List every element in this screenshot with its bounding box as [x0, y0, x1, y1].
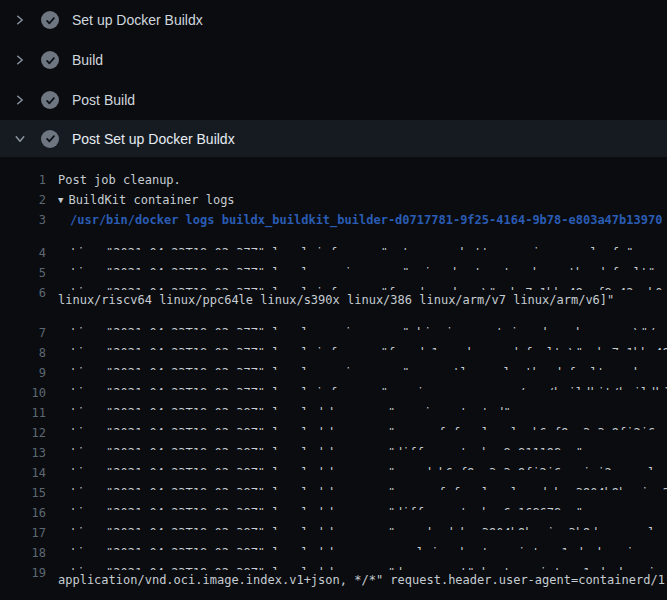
success-check-icon: [41, 51, 59, 69]
log-line-text: time="2021-04-23T18:02:37Z" level=warnin…: [70, 366, 667, 370]
log-line-text: time="2021-04-23T18:02:38Z" level=debug …: [70, 526, 667, 530]
log-line-text: time="2021-04-23T18:02:38Z" level=debug …: [70, 426, 667, 430]
log-line-text: time="2021-04-23T18:02:38Z" level=debug …: [70, 466, 667, 470]
log-line-number[interactable]: 15: [0, 483, 46, 490]
log-line-number[interactable]: 4: [0, 243, 46, 250]
log-line-text: time="2021-04-23T18:02:38Z" level=debug …: [70, 446, 583, 450]
log-line: 8 ▼time="2021-04-23T18:02:37Z" level=inf…: [0, 330, 667, 350]
log-line-text: time="2021-04-23T18:02:37Z" level=info m…: [70, 386, 667, 390]
log-line-text: time="2021-04-23T18:02:37Z" level=warnin…: [70, 266, 655, 270]
success-check-icon: [41, 91, 59, 109]
log-line-text: Post job cleanup.: [58, 173, 181, 187]
log-line: 9 ▼time="2021-04-23T18:02:37Z" level=war…: [0, 350, 667, 370]
log-line: 3 ▼/usr/bin/docker logs buildx_buildkit_…: [0, 210, 667, 230]
log-line: 18 ▼time="2021-04-23T18:02:38Z" level=de…: [0, 530, 667, 550]
log-line: 16 ▼time="2021-04-23T18:02:38Z" level=de…: [0, 490, 667, 510]
log-line-text: application/vnd.oci.image.index.v1+json,…: [58, 573, 667, 587]
log-line-text: time="2021-04-23T18:02:38Z" level=debug …: [70, 546, 641, 550]
log-line-number[interactable]: 16: [0, 503, 46, 510]
log-line: 5 ▼time="2021-04-23T18:02:37Z" level=war…: [0, 250, 667, 270]
step-label: Post Set up Docker Buildx: [72, 131, 235, 147]
log-line: 12 ▼time="2021-04-23T18:02:38Z" level=de…: [0, 410, 667, 430]
log-line-number[interactable]: 7: [0, 323, 46, 330]
log-line-number[interactable]: 12: [0, 423, 46, 430]
log-line-number[interactable]: [0, 570, 46, 590]
log-line: 19 ▼time="2021-04-23T18:02:38Z" level=de…: [0, 550, 667, 570]
log-line: 10 ▼time="2021-04-23T18:02:37Z" level=in…: [0, 370, 667, 390]
step-row-post-set-up-docker-buildx[interactable]: Post Set up Docker Buildx: [0, 120, 667, 157]
log-line-number[interactable]: 9: [0, 363, 46, 370]
log-line: ▼linux/riscv64 linux/ppc64le linux/s390x…: [0, 290, 667, 310]
log-line: 13 ▼time="2021-04-23T18:02:38Z" level=de…: [0, 430, 667, 450]
log-line-number[interactable]: 6: [0, 283, 46, 290]
log-line-number[interactable]: 5: [0, 263, 46, 270]
log-line: 20 ▼time="2021-04-23T18:02:38Z" level=de…: [0, 590, 667, 600]
log-line-number[interactable]: 3: [0, 210, 46, 230]
step-label: Build: [72, 52, 103, 68]
log-line-number[interactable]: 14: [0, 463, 46, 470]
log-line: 4 ▼time="2021-04-23T18:02:37Z" level=inf…: [0, 230, 667, 250]
success-check-icon: [41, 11, 59, 29]
log-line-number[interactable]: 13: [0, 443, 46, 450]
log-line-number[interactable]: 11: [0, 403, 46, 410]
log-line-number[interactable]: 1: [0, 170, 46, 190]
group-collapse-icon[interactable]: ▼: [58, 195, 63, 205]
log-line-text: time="2021-04-23T18:02:37Z" level=warnin…: [70, 326, 667, 330]
log-line-text: BuildKit container logs: [68, 193, 234, 207]
log-line-text: time="2021-04-23T18:02:38Z" level=debug …: [70, 406, 511, 410]
log-line-number[interactable]: 18: [0, 543, 46, 550]
log-line-number[interactable]: 2: [0, 190, 46, 210]
chevron-right-icon[interactable]: [12, 12, 28, 28]
log-line-number[interactable]: 19: [0, 563, 46, 570]
step-label: Set up Docker Buildx: [72, 12, 203, 28]
log-line-text: time="2021-04-23T18:02:37Z" level=info m…: [70, 246, 634, 250]
log-line-text: time="2021-04-23T18:02:38Z" level=debug …: [70, 506, 583, 510]
log-line-text: linux/riscv64 linux/ppc64le linux/s390x …: [58, 293, 614, 307]
log-line: 6 ▼time="2021-04-23T18:02:37Z" level=inf…: [0, 270, 667, 290]
log-line-text: time="2021-04-23T18:02:38Z" level=debug …: [70, 486, 667, 490]
log-line: 15 ▼time="2021-04-23T18:02:38Z" level=de…: [0, 470, 667, 490]
step-row-post-build[interactable]: Post Build: [0, 80, 667, 120]
log-line-number[interactable]: 10: [0, 383, 46, 390]
log-line-text: /usr/bin/docker logs buildx_buildkit_bui…: [70, 213, 662, 227]
log-line: 2 ▼BuildKit container logs: [0, 190, 667, 210]
chevron-right-icon[interactable]: [12, 52, 28, 68]
log-line: 17 ▼time="2021-04-23T18:02:38Z" level=de…: [0, 510, 667, 530]
steps-list: Set up Docker Buildx Build Post Build Po…: [0, 0, 667, 157]
log-line: 14 ▼time="2021-04-23T18:02:38Z" level=de…: [0, 450, 667, 470]
log-line: ▼application/vnd.oci.image.index.v1+json…: [0, 570, 667, 590]
step-label: Post Build: [72, 92, 135, 108]
log-line-number[interactable]: 8: [0, 343, 46, 350]
log-line: 1 ▼Post job cleanup.: [0, 170, 667, 190]
log-line-text: time="2021-04-23T18:02:37Z" level=info m…: [70, 346, 667, 350]
chevron-right-icon[interactable]: [12, 92, 28, 108]
log-line: 7 ▼time="2021-04-23T18:02:37Z" level=war…: [0, 310, 667, 330]
step-row-set-up-docker-buildx[interactable]: Set up Docker Buildx: [0, 0, 667, 40]
log-line-number[interactable]: 17: [0, 523, 46, 530]
log-line: 11 ▼time="2021-04-23T18:02:38Z" level=de…: [0, 390, 667, 410]
log-viewer: 1 ▼Post job cleanup. 2 ▼BuildKit contain…: [0, 157, 667, 600]
chevron-down-icon[interactable]: [12, 131, 28, 147]
log-line-number[interactable]: [0, 290, 46, 310]
step-row-build[interactable]: Build: [0, 40, 667, 80]
success-check-icon: [41, 130, 59, 148]
